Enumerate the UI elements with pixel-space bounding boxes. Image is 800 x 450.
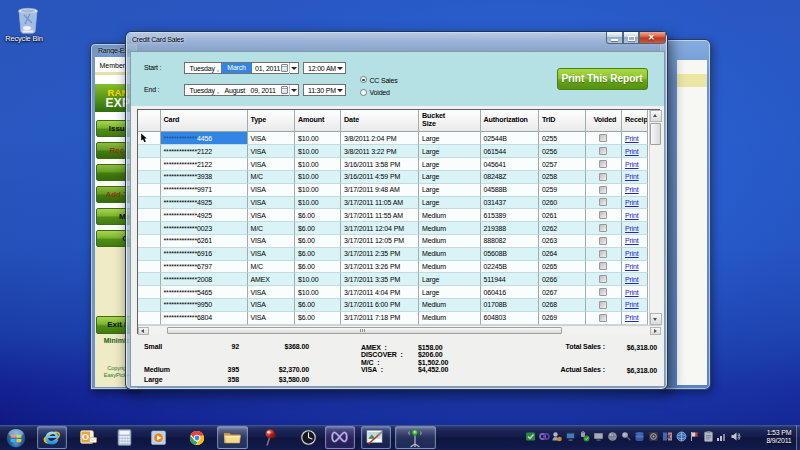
svg-text:O: O xyxy=(82,432,89,442)
